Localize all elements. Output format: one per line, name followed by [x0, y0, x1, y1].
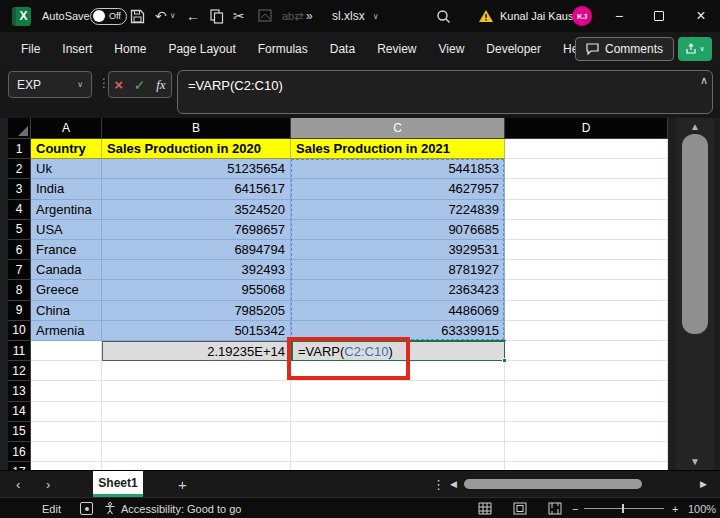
scroll-down-icon[interactable]: ▼: [676, 456, 714, 467]
cut-button[interactable]: ✂: [233, 0, 245, 32]
cell-C9[interactable]: 4486069: [291, 301, 505, 321]
insert-function-button[interactable]: fx: [156, 77, 165, 93]
row-header-1[interactable]: 1: [8, 139, 31, 159]
cell-B13[interactable]: [102, 381, 291, 401]
row-header-13[interactable]: 13: [8, 381, 31, 401]
cell-B8[interactable]: 955068: [102, 280, 291, 300]
prev-sheet-button[interactable]: ‹: [16, 471, 20, 497]
cell-B16[interactable]: [102, 442, 291, 462]
cell-C12[interactable]: [291, 361, 505, 381]
cell-D5[interactable]: [505, 220, 668, 240]
cell-B10[interactable]: 5015342: [102, 321, 291, 341]
cell-B2[interactable]: 51235654: [102, 159, 291, 179]
vertical-scrollbar[interactable]: ▲ ▼: [676, 118, 714, 470]
comments-button[interactable]: Comments: [575, 37, 674, 61]
cell-C10[interactable]: 63339915: [291, 321, 505, 341]
cell-D13[interactable]: [505, 381, 668, 401]
cell-D4[interactable]: [505, 200, 668, 220]
cell-A4[interactable]: Argentina: [31, 200, 102, 220]
cell-A1[interactable]: Country: [31, 139, 102, 159]
row-header-14[interactable]: 14: [8, 402, 31, 422]
cell-A17[interactable]: [31, 462, 102, 470]
cell-C15[interactable]: [291, 422, 505, 442]
add-sheet-button[interactable]: +: [178, 471, 187, 497]
row-header-15[interactable]: 15: [8, 422, 31, 442]
col-header-A[interactable]: A: [31, 118, 102, 139]
cell-C2[interactable]: 5441853: [291, 159, 505, 179]
cell-A11[interactable]: [31, 341, 102, 361]
vertical-scroll-thumb[interactable]: [682, 134, 708, 334]
zoom-slider[interactable]: [584, 498, 664, 518]
accessibility-status[interactable]: Accessibility: Good to go: [104, 498, 241, 518]
cell-C17[interactable]: [291, 462, 505, 470]
row-header-10[interactable]: 10: [8, 321, 31, 341]
document-title[interactable]: sl.xlsx∨: [332, 0, 379, 32]
cell-C1[interactable]: Sales Production in 2021: [291, 139, 505, 159]
cell-D14[interactable]: [505, 402, 668, 422]
confirm-entry-button[interactable]: ✓: [134, 77, 146, 93]
cell-D16[interactable]: [505, 442, 668, 462]
account-avatar[interactable]: KJ: [572, 0, 592, 32]
menu-item-file[interactable]: File: [10, 32, 51, 66]
page-break-view-button[interactable]: [548, 498, 562, 518]
cell-D2[interactable]: [505, 159, 668, 179]
close-button[interactable]: ×: [686, 0, 716, 32]
menu-item-review[interactable]: Review: [366, 32, 427, 66]
row-header-17[interactable]: 17: [8, 462, 31, 470]
cell-C3[interactable]: 4627957: [291, 179, 505, 199]
row-header-16[interactable]: 16: [8, 442, 31, 462]
cell-C13[interactable]: [291, 381, 505, 401]
excel-app-icon[interactable]: X: [12, 0, 31, 32]
cell-D17[interactable]: [505, 462, 668, 470]
alert-indicator[interactable]: [478, 0, 494, 32]
normal-view-button[interactable]: [478, 498, 492, 518]
cell-C11-active[interactable]: =VARP(C2:C10): [291, 340, 506, 362]
cell-A3[interactable]: India: [31, 179, 102, 199]
copy-button[interactable]: [210, 0, 224, 32]
undo-button[interactable]: ↶∨: [155, 0, 176, 32]
cell-C8[interactable]: 2363423: [291, 280, 505, 300]
cell-B1[interactable]: Sales Production in 2020: [102, 139, 291, 159]
cell-B9[interactable]: 7985205: [102, 301, 291, 321]
cell-D12[interactable]: [505, 361, 668, 381]
cell-C16[interactable]: [291, 442, 505, 462]
zoom-out-button[interactable]: −: [572, 498, 578, 518]
tabbar-splitter-handle[interactable]: ⋮: [432, 471, 445, 497]
cell-B3[interactable]: 6415617: [102, 179, 291, 199]
cell-A15[interactable]: [31, 422, 102, 442]
cell-A14[interactable]: [31, 402, 102, 422]
row-header-7[interactable]: 7: [8, 260, 31, 280]
cell-C7[interactable]: 8781927: [291, 260, 505, 280]
cell-A10[interactable]: Armenia: [31, 321, 102, 341]
cell-D7[interactable]: [505, 260, 668, 280]
row-header-9[interactable]: 9: [8, 301, 31, 321]
cell-A13[interactable]: [31, 381, 102, 401]
share-button[interactable]: ∨: [678, 37, 712, 61]
fill-handle[interactable]: [502, 358, 507, 363]
cell-C5[interactable]: 9076685: [291, 220, 505, 240]
cancel-entry-button[interactable]: ×: [114, 76, 123, 93]
horizontal-scroll-thumb[interactable]: [464, 479, 642, 489]
cell-A12[interactable]: [31, 361, 102, 381]
hscroll-left-icon[interactable]: ◀: [450, 471, 457, 497]
menu-item-insert[interactable]: Insert: [51, 32, 103, 66]
row-header-4[interactable]: 4: [8, 200, 31, 220]
toolbar-overflow-button[interactable]: »: [306, 0, 313, 32]
name-box[interactable]: EXP ∨: [8, 71, 92, 98]
zoom-in-button[interactable]: +: [672, 498, 678, 518]
cell-B6[interactable]: 6894794: [102, 240, 291, 260]
row-header-8[interactable]: 8: [8, 280, 31, 300]
cell-C14[interactable]: [291, 402, 505, 422]
col-header-D[interactable]: D: [505, 118, 668, 139]
cell-B14[interactable]: [102, 402, 291, 422]
cell-B12[interactable]: [102, 361, 291, 381]
sheet-tab-sheet1[interactable]: Sheet1: [93, 471, 143, 497]
cell-D8[interactable]: [505, 280, 668, 300]
row-header-3[interactable]: 3: [8, 179, 31, 199]
cell-B5[interactable]: 7698657: [102, 220, 291, 240]
cell-D11[interactable]: [505, 341, 668, 361]
menu-item-home[interactable]: Home: [103, 32, 157, 66]
cell-A16[interactable]: [31, 442, 102, 462]
cell-C6[interactable]: 3929531: [291, 240, 505, 260]
cell-D6[interactable]: [505, 240, 668, 260]
